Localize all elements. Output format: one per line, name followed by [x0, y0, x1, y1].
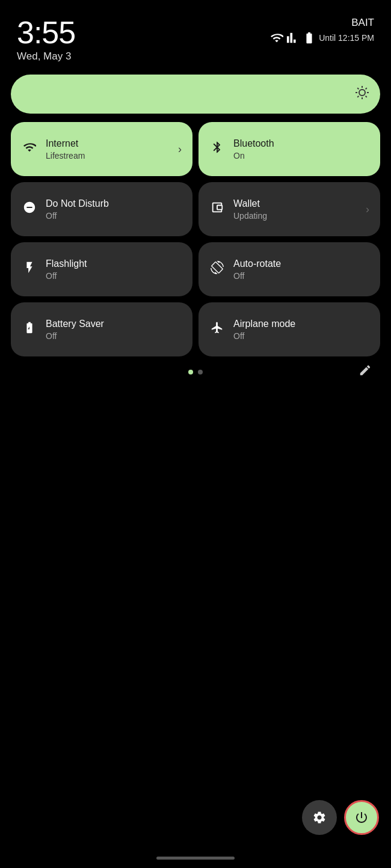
wifi-icon: [270, 31, 283, 44]
status-icons: Until 12:15 PM: [270, 31, 374, 44]
bluetooth-text: Bluetooth On: [233, 138, 369, 160]
flashlight-status: Off: [46, 271, 182, 281]
status-left: 3:55 Wed, May 3: [17, 17, 75, 63]
internet-icon: [22, 141, 37, 157]
status-bar: 3:55 Wed, May 3 BAIT Until 12:15 PM: [0, 0, 391, 63]
dnd-icon: [22, 201, 37, 218]
brightness-slider[interactable]: [11, 75, 380, 114]
bluetooth-label: Bluetooth: [233, 138, 369, 149]
signal-icon: [286, 31, 300, 44]
airplane-mode-tile[interactable]: Airplane mode Off: [199, 302, 380, 356]
wallet-arrow: ›: [366, 203, 369, 216]
auto-rotate-status: Off: [233, 271, 369, 281]
battery-saver-icon: [22, 321, 37, 338]
edit-button[interactable]: [359, 364, 372, 381]
battery-saver-status: Off: [46, 331, 182, 341]
dnd-text: Do Not Disturb Off: [46, 198, 182, 220]
airplane-mode-label: Airplane mode: [233, 318, 369, 329]
internet-tile[interactable]: Internet Lifestream ›: [11, 122, 192, 176]
auto-rotate-icon: [209, 261, 225, 278]
wallet-tile[interactable]: Wallet Updating ›: [199, 182, 380, 236]
page-dot-1: [188, 370, 193, 374]
page-dot-2: [198, 370, 203, 374]
internet-status: Lifestream: [46, 151, 170, 160]
flashlight-label: Flashlight: [46, 258, 182, 269]
auto-rotate-text: Auto-rotate Off: [233, 258, 369, 280]
flashlight-icon: [22, 261, 37, 278]
flashlight-text: Flashlight Off: [46, 258, 182, 280]
wallet-icon: [209, 201, 225, 218]
airplane-mode-status: Off: [233, 331, 369, 341]
battery-icon: [303, 31, 316, 44]
home-indicator: [156, 857, 235, 860]
battery-saver-label: Battery Saver: [46, 318, 182, 329]
internet-arrow: ›: [178, 143, 182, 156]
settings-button[interactable]: [302, 800, 337, 835]
date: Wed, May 3: [17, 50, 75, 63]
internet-text: Internet Lifestream: [46, 138, 170, 160]
flashlight-tile[interactable]: Flashlight Off: [11, 242, 192, 296]
bluetooth-tile[interactable]: Bluetooth On: [199, 122, 380, 176]
do-not-disturb-tile[interactable]: Do Not Disturb Off: [11, 182, 192, 236]
clock: 3:55: [17, 17, 75, 48]
auto-rotate-label: Auto-rotate: [233, 258, 369, 269]
wallet-status: Updating: [233, 211, 357, 221]
status-right: BAIT Until 12:15 PM: [270, 17, 374, 44]
bottom-nav: [302, 800, 379, 835]
dnd-status: Off: [46, 211, 182, 221]
power-button[interactable]: [344, 800, 379, 835]
battery-saver-text: Battery Saver Off: [46, 318, 182, 340]
auto-rotate-tile[interactable]: Auto-rotate Off: [199, 242, 380, 296]
power-icon: [354, 810, 369, 825]
settings-icon: [312, 810, 327, 825]
sun-icon: [355, 85, 369, 100]
airplane-icon: [209, 321, 225, 338]
dnd-label: Do Not Disturb: [46, 198, 182, 209]
wallet-label: Wallet: [233, 198, 357, 209]
brightness-icon: [355, 85, 369, 103]
wallet-text: Wallet Updating: [233, 198, 357, 220]
battery-saver-tile[interactable]: Battery Saver Off: [11, 302, 192, 356]
page-dots: [188, 370, 203, 374]
internet-label: Internet: [46, 138, 170, 149]
quick-settings-panel: Internet Lifestream › Bluetooth On Do No…: [0, 63, 391, 374]
page-controls: [11, 370, 380, 374]
dnd-until: Until 12:15 PM: [319, 33, 374, 43]
bluetooth-status: On: [233, 151, 369, 160]
airplane-mode-text: Airplane mode Off: [233, 318, 369, 340]
network-name: BAIT: [351, 17, 374, 29]
quick-tile-grid: Internet Lifestream › Bluetooth On Do No…: [11, 122, 380, 356]
bluetooth-icon: [209, 141, 225, 157]
